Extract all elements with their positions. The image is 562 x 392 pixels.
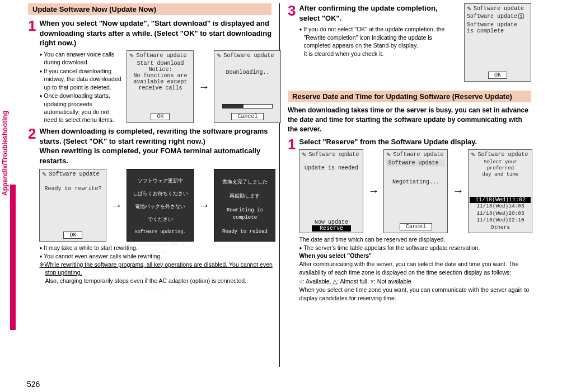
pen-icon: ✎	[129, 53, 134, 59]
phone-screen-update-complete: ✎Software update Software updatei Softwa…	[464, 3, 531, 82]
step-number: 2	[28, 126, 36, 141]
phone-screen-ready-rewrite: ✎Software update Ready to rewrite? OK	[39, 169, 106, 242]
time-option-selected[interactable]: 11/18(Wed)11:02	[470, 197, 531, 203]
pen-icon: ✎	[386, 152, 391, 158]
side-color-bar	[10, 185, 16, 330]
step-number: 3	[288, 3, 296, 18]
step-3: 3 After confirming the update completion…	[288, 3, 531, 82]
phone-screen-updating-dark: ソフトウェア更新中 しばらくお待ちください 電池パックを外さない でください S…	[127, 169, 194, 242]
ok-button[interactable]: OK	[488, 72, 507, 79]
progress-bar	[222, 104, 273, 108]
reserve-after-notes: The date and time which can be reserved …	[299, 235, 532, 303]
phone-screen-downloading: ✎Software update Downloading.. Cancel	[214, 50, 281, 123]
info-icon: i	[518, 13, 524, 19]
arrow-icon: →	[198, 199, 209, 212]
ok-button[interactable]: OK	[63, 232, 82, 239]
step-2: 2 When downloading is completed, rewriti…	[28, 126, 271, 285]
reserve-intro: When downloading takes time or the serve…	[288, 106, 531, 134]
time-option-others[interactable]: Others	[470, 224, 531, 232]
step-number: 1	[28, 18, 36, 33]
pen-icon: ✎	[302, 152, 306, 158]
time-option[interactable]: 11/18(Wed)20:03	[470, 210, 531, 218]
reserve-option-now[interactable]: Now update	[301, 219, 362, 225]
step-2-title: When downloading is completed, rewriting…	[39, 126, 275, 166]
reserve-option-reserve[interactable]: Reserve	[312, 225, 351, 232]
page-number: 526	[27, 380, 40, 389]
phone-screen-select-time: ✎Software update Select your preferred d…	[468, 149, 532, 233]
pen-icon: ✎	[42, 171, 46, 177]
time-option[interactable]: 11/18(Wed)22:10	[470, 217, 531, 224]
phone-screen-update-needed: ✎Software update Update is needed Now up…	[299, 149, 363, 233]
step-1-title: When you select "Now update", "Start dow…	[39, 18, 281, 48]
arrow-icon: →	[368, 185, 379, 197]
step-3-title: After confirming the update completion, …	[299, 3, 460, 23]
step-1-bullets: You can answer voice calls during downlo…	[39, 50, 123, 124]
step-1: 1 When you select "Now update", "Start d…	[28, 18, 271, 124]
step-number: 1	[288, 137, 296, 152]
phone-screen-rewrite-complete: 書換え完了しました 再起動します Rewriting is complete R…	[214, 169, 275, 242]
arrow-icon: →	[111, 199, 122, 212]
section-header-update-now: Update Software Now (Update Now)	[28, 3, 271, 15]
time-option[interactable]: 11/18(Wed)14:03	[470, 203, 531, 210]
ok-button[interactable]: OK	[151, 113, 170, 120]
phone-screen-negotiating: ✎Software update Software update Negotia…	[383, 149, 448, 233]
section-header-reserve-update: Reserve Date and Time for Updating Softw…	[288, 91, 531, 102]
phone-screen-start-download: ✎Software update Start download Notice: …	[127, 50, 194, 123]
pen-icon: ✎	[467, 6, 471, 12]
reserve-step-1: 1 Select "Reserve" from the Software Upd…	[288, 137, 531, 302]
cancel-button[interactable]: Cancel	[231, 113, 264, 120]
right-column: 3 After confirming the update completion…	[282, 3, 537, 380]
step-3-bullet: If you do not select "OK" at the update …	[299, 25, 460, 58]
cancel-button[interactable]: Cancel	[400, 223, 432, 230]
pen-icon: ✎	[471, 152, 475, 158]
arrow-icon: →	[198, 81, 209, 93]
reserve-step-1-title: Select "Reserve" from the Software Updat…	[299, 137, 532, 147]
pen-icon: ✎	[217, 53, 221, 59]
side-tab-label: Appendix/Troubleshooting	[1, 111, 9, 196]
left-column: Update Software Now (Update Now) 1 When …	[22, 3, 277, 380]
arrow-icon: →	[452, 185, 463, 197]
